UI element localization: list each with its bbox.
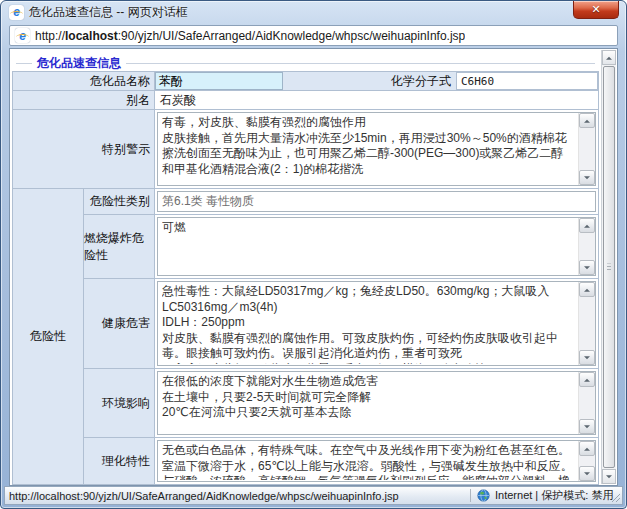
arrow-up-icon bbox=[584, 444, 590, 450]
arrow-down-icon bbox=[584, 356, 590, 362]
health-label: 健康危害 bbox=[84, 279, 154, 368]
scroll-up-button[interactable] bbox=[579, 113, 595, 128]
warning-textarea[interactable]: 有毒，对皮肤、黏膜有强烈的腐蚀作用 皮肤接触，首先用大量清水冲洗至少15min，… bbox=[157, 112, 596, 186]
arrow-up-icon bbox=[584, 375, 590, 381]
scroll-down-button[interactable] bbox=[579, 260, 595, 275]
chemical-name-input[interactable]: 苯酚 bbox=[155, 72, 283, 90]
name-label: 危化品名称 bbox=[13, 72, 154, 90]
environment-scrollbar[interactable] bbox=[578, 372, 595, 434]
arrow-down-icon bbox=[584, 472, 590, 478]
status-separator bbox=[470, 489, 471, 502]
environment-textarea[interactable]: 在很低的浓度下就能对水生生物造成危害 在土壤中，只要2-5天时间就可完全降解 2… bbox=[157, 371, 596, 435]
chemical-info-table: 危化品名称 苯酚 化学分子式 C6H60 别名 石炭酸 特别警示 有毒，对皮肤、… bbox=[12, 71, 599, 485]
address-bar: e http://localhost:90/yjzh/UI/SafeArrang… bbox=[9, 25, 618, 46]
warning-text: 有毒，对皮肤、黏膜有强烈的腐蚀作用 皮肤接触，首先用大量清水冲洗至少15min，… bbox=[162, 115, 573, 184]
environment-cell: 在很低的浓度下就能对水生生物造成危害 在土壤中，只要2-5天时间就可完全降解 2… bbox=[155, 369, 598, 437]
properties-textarea[interactable]: 无色或白色晶体，有特殊气味。在空气中及光线作用下变为粉红色甚至红色。室温下微溶于… bbox=[157, 440, 596, 482]
arrow-down-icon bbox=[584, 176, 590, 182]
combustion-scrollbar[interactable] bbox=[578, 218, 595, 275]
arrow-down-icon bbox=[606, 475, 612, 481]
properties-text: 无色或白色晶体，有特殊气味。在空气中及光线作用下变为粉红色甚至红色。室温下微溶于… bbox=[162, 443, 573, 480]
page-scroll-up-button[interactable] bbox=[602, 50, 616, 65]
alias-label: 别名 bbox=[13, 91, 154, 109]
fieldset-border: 危化品速查信息 bbox=[16, 63, 595, 64]
hazard-class-label: 危险性类别 bbox=[84, 189, 154, 214]
scroll-up-button[interactable] bbox=[579, 282, 595, 297]
arrow-up-icon bbox=[584, 285, 590, 291]
page-scrollbar-thumb[interactable] bbox=[603, 66, 615, 468]
health-text: 急性毒性：大鼠经LD50317mg／kg；兔经皮LD50。630mg/kg；大鼠… bbox=[162, 284, 573, 364]
scrollbar-grip-icon bbox=[607, 264, 611, 271]
url-protocol: http:// bbox=[35, 29, 65, 43]
arrow-up-icon bbox=[606, 53, 612, 59]
close-icon: ✕ bbox=[591, 4, 600, 15]
scroll-down-button[interactable] bbox=[579, 350, 595, 365]
properties-label: 理化特性 bbox=[84, 438, 154, 484]
warning-label: 特别警示 bbox=[13, 110, 154, 188]
resize-grip-icon[interactable] bbox=[609, 491, 621, 503]
arrow-down-icon bbox=[584, 425, 590, 431]
arrow-up-icon bbox=[584, 116, 590, 122]
hazard-group-label: 危险性 bbox=[13, 189, 83, 484]
combustion-text: 可燃 bbox=[162, 220, 573, 274]
url-host: localhost bbox=[65, 29, 118, 43]
health-scrollbar[interactable] bbox=[578, 282, 595, 365]
environment-text: 在很低的浓度下就能对水生生物造成危害 在土壤中，只要2-5天时间就可完全降解 2… bbox=[162, 374, 573, 433]
status-url: http://localhost:90/yjzh/UI/SafeArranged… bbox=[9, 490, 464, 502]
address-url: http://localhost:90/yjzh/UI/SafeArranged… bbox=[35, 29, 465, 43]
health-textarea[interactable]: 急性毒性：大鼠经LD50317mg／kg；兔经皮LD50。630mg/kg；大鼠… bbox=[157, 281, 596, 366]
combustion-label: 燃烧爆炸危险性 bbox=[84, 215, 154, 278]
page-scrollbar[interactable] bbox=[601, 50, 616, 484]
scroll-down-button[interactable] bbox=[579, 466, 595, 481]
title-bar[interactable]: e 危化品速查信息 -- 网页对话框 ✕ bbox=[1, 1, 626, 23]
scroll-up-button[interactable] bbox=[579, 441, 595, 456]
internet-globe-icon bbox=[477, 489, 490, 502]
scroll-up-button[interactable] bbox=[579, 372, 595, 387]
properties-cell: 无色或白色晶体，有特殊气味。在空气中及光线作用下变为粉红色甚至红色。室温下微溶于… bbox=[155, 438, 598, 484]
form-legend: 危化品速查信息 bbox=[32, 55, 126, 72]
hazard-class-input[interactable]: 第6.1类 毒性物质 bbox=[157, 191, 596, 212]
ie-logo-icon: e bbox=[9, 5, 24, 20]
scroll-up-button[interactable] bbox=[579, 218, 595, 233]
dialog-content: 危化品速查信息 危化品名称 苯酚 化学分子式 C6H60 别名 石炭酸 特别警示… bbox=[9, 48, 618, 486]
close-button[interactable]: ✕ bbox=[573, 1, 619, 19]
health-cell: 急性毒性：大鼠经LD50317mg／kg；兔经皮LD50。630mg/kg；大鼠… bbox=[155, 279, 598, 368]
combustion-textarea[interactable]: 可燃 bbox=[157, 217, 596, 276]
dialog-window: e 危化品速查信息 -- 网页对话框 ✕ e http://localhost:… bbox=[0, 0, 627, 509]
arrow-down-icon bbox=[584, 266, 590, 272]
alias-value: 石炭酸 bbox=[155, 91, 598, 109]
scroll-down-button[interactable] bbox=[579, 170, 595, 185]
name-row-value: 苯酚 化学分子式 C6H60 bbox=[155, 72, 598, 90]
url-path: :90/yjzh/UI/SafeArranged/AidKnowledge/wh… bbox=[118, 29, 466, 43]
formula-input[interactable]: C6H60 bbox=[456, 72, 598, 90]
combustion-cell: 可燃 bbox=[155, 215, 598, 278]
security-zone-label: Internet | 保护模式: 禁用 bbox=[495, 488, 613, 503]
environment-label: 环境影响 bbox=[84, 369, 154, 437]
status-bar: http://localhost:90/yjzh/UI/SafeArranged… bbox=[4, 486, 623, 505]
properties-scrollbar[interactable] bbox=[578, 441, 595, 481]
scroll-down-button[interactable] bbox=[579, 419, 595, 434]
arrow-up-icon bbox=[584, 221, 590, 227]
hazard-class-cell: 第6.1类 毒性物质 bbox=[155, 189, 598, 214]
ie-page-icon: e bbox=[15, 28, 30, 43]
page-scroll-down-button[interactable] bbox=[602, 469, 616, 484]
warning-cell: 有毒，对皮肤、黏膜有强烈的腐蚀作用 皮肤接触，首先用大量清水冲洗至少15min，… bbox=[155, 110, 598, 188]
warning-scrollbar[interactable] bbox=[578, 113, 595, 185]
window-title: 危化品速查信息 -- 网页对话框 bbox=[29, 4, 188, 21]
formula-label: 化学分子式 bbox=[283, 72, 456, 90]
